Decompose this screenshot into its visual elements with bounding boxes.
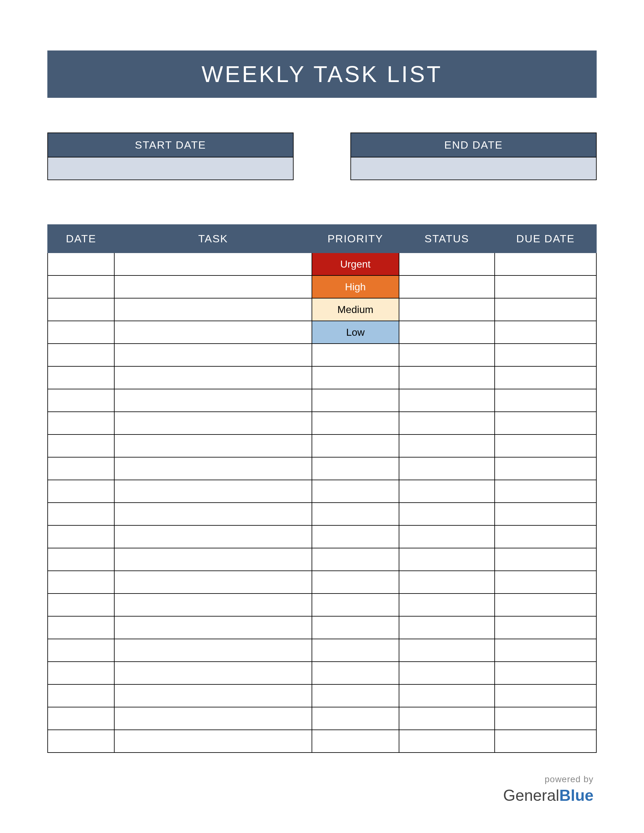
cell-status[interactable] <box>399 389 495 412</box>
cell-priority[interactable] <box>312 548 399 571</box>
cell-due-date[interactable] <box>495 730 596 753</box>
cell-task[interactable] <box>114 684 312 707</box>
cell-date[interactable] <box>48 571 114 593</box>
cell-status[interactable] <box>399 321 495 344</box>
cell-due-date[interactable] <box>495 525 596 548</box>
cell-task[interactable] <box>114 389 312 412</box>
cell-status[interactable] <box>399 344 495 366</box>
cell-priority[interactable]: Urgent <box>312 253 399 275</box>
cell-task[interactable] <box>114 434 312 457</box>
cell-status[interactable] <box>399 298 495 321</box>
cell-status[interactable] <box>399 593 495 616</box>
cell-task[interactable] <box>114 616 312 639</box>
cell-status[interactable] <box>399 639 495 662</box>
cell-date[interactable] <box>48 253 114 275</box>
cell-status[interactable] <box>399 412 495 434</box>
cell-date[interactable] <box>48 593 114 616</box>
cell-status[interactable] <box>399 571 495 593</box>
cell-date[interactable] <box>48 344 114 366</box>
cell-date[interactable] <box>48 639 114 662</box>
cell-status[interactable] <box>399 457 495 480</box>
cell-due-date[interactable] <box>495 503 596 525</box>
cell-date[interactable] <box>48 434 114 457</box>
cell-priority[interactable] <box>312 389 399 412</box>
cell-priority[interactable] <box>312 434 399 457</box>
cell-date[interactable] <box>48 457 114 480</box>
cell-due-date[interactable] <box>495 593 596 616</box>
cell-task[interactable] <box>114 571 312 593</box>
cell-due-date[interactable] <box>495 389 596 412</box>
cell-status[interactable] <box>399 616 495 639</box>
cell-date[interactable] <box>48 662 114 684</box>
cell-priority[interactable]: Low <box>312 321 399 344</box>
cell-priority[interactable] <box>312 730 399 753</box>
cell-due-date[interactable] <box>495 434 596 457</box>
cell-status[interactable] <box>399 503 495 525</box>
cell-priority[interactable] <box>312 366 399 389</box>
cell-priority[interactable] <box>312 480 399 503</box>
cell-priority[interactable] <box>312 412 399 434</box>
cell-task[interactable] <box>114 321 312 344</box>
cell-date[interactable] <box>48 389 114 412</box>
cell-priority[interactable] <box>312 344 399 366</box>
cell-priority[interactable] <box>312 593 399 616</box>
cell-task[interactable] <box>114 344 312 366</box>
cell-priority[interactable] <box>312 571 399 593</box>
cell-due-date[interactable] <box>495 480 596 503</box>
cell-date[interactable] <box>48 707 114 730</box>
cell-status[interactable] <box>399 662 495 684</box>
cell-date[interactable] <box>48 412 114 434</box>
cell-due-date[interactable] <box>495 412 596 434</box>
cell-task[interactable] <box>114 639 312 662</box>
cell-date[interactable] <box>48 730 114 753</box>
cell-due-date[interactable] <box>495 616 596 639</box>
cell-task[interactable] <box>114 662 312 684</box>
cell-due-date[interactable] <box>495 639 596 662</box>
start-date-input[interactable] <box>48 157 293 180</box>
cell-status[interactable] <box>399 730 495 753</box>
cell-status[interactable] <box>399 480 495 503</box>
cell-task[interactable] <box>114 298 312 321</box>
cell-task[interactable] <box>114 593 312 616</box>
cell-due-date[interactable] <box>495 548 596 571</box>
cell-task[interactable] <box>114 480 312 503</box>
cell-priority[interactable]: High <box>312 275 399 298</box>
cell-date[interactable] <box>48 503 114 525</box>
cell-date[interactable] <box>48 298 114 321</box>
cell-task[interactable] <box>114 707 312 730</box>
cell-priority[interactable] <box>312 662 399 684</box>
cell-priority[interactable] <box>312 639 399 662</box>
cell-status[interactable] <box>399 434 495 457</box>
cell-priority[interactable] <box>312 503 399 525</box>
end-date-input[interactable] <box>351 157 596 180</box>
cell-task[interactable] <box>114 730 312 753</box>
cell-due-date[interactable] <box>495 275 596 298</box>
cell-date[interactable] <box>48 684 114 707</box>
cell-task[interactable] <box>114 457 312 480</box>
cell-date[interactable] <box>48 275 114 298</box>
cell-date[interactable] <box>48 616 114 639</box>
cell-due-date[interactable] <box>495 366 596 389</box>
cell-status[interactable] <box>399 366 495 389</box>
cell-date[interactable] <box>48 480 114 503</box>
cell-priority[interactable]: Medium <box>312 298 399 321</box>
cell-due-date[interactable] <box>495 457 596 480</box>
cell-status[interactable] <box>399 525 495 548</box>
cell-task[interactable] <box>114 412 312 434</box>
cell-due-date[interactable] <box>495 298 596 321</box>
cell-due-date[interactable] <box>495 253 596 275</box>
cell-due-date[interactable] <box>495 571 596 593</box>
cell-task[interactable] <box>114 525 312 548</box>
cell-due-date[interactable] <box>495 662 596 684</box>
cell-due-date[interactable] <box>495 684 596 707</box>
cell-status[interactable] <box>399 684 495 707</box>
cell-priority[interactable] <box>312 457 399 480</box>
cell-priority[interactable] <box>312 616 399 639</box>
cell-task[interactable] <box>114 503 312 525</box>
cell-due-date[interactable] <box>495 321 596 344</box>
cell-task[interactable] <box>114 548 312 571</box>
cell-status[interactable] <box>399 707 495 730</box>
cell-priority[interactable] <box>312 525 399 548</box>
cell-priority[interactable] <box>312 684 399 707</box>
cell-priority[interactable] <box>312 707 399 730</box>
